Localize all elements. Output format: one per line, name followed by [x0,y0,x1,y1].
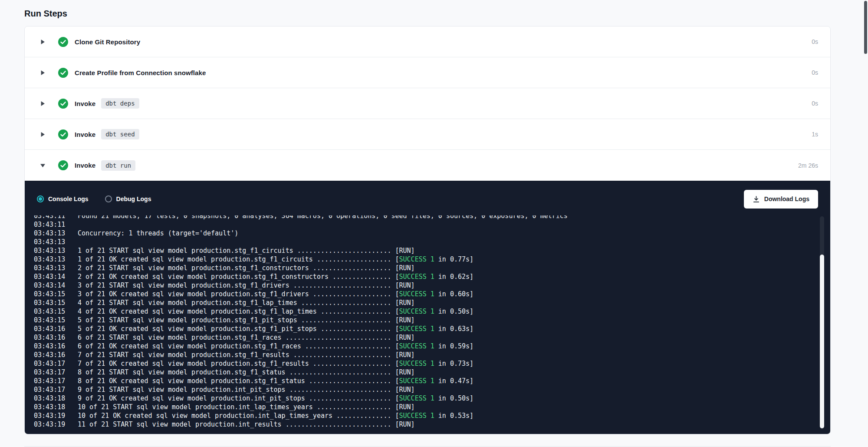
success-check-icon [58,37,68,47]
log-message: 8 of 21 OK created sql view model produc… [78,377,473,385]
log-timestamp: 03:43:17 [34,359,66,368]
log-line: 03:43:17 8 of 21 START sql view model pr… [34,368,830,377]
radio-icon[interactable] [37,195,44,202]
tab-console-logs[interactable]: Console Logs [37,195,89,202]
log-line: 03:43:16 6 of 21 OK created sql view mod… [34,342,830,351]
expand-caret-icon[interactable] [39,100,46,106]
log-timestamp: 03:43:13 [34,264,66,272]
log-message: 7 of 21 START sql view model production.… [78,351,415,359]
log-line: 03:43:16 5 of 21 OK created sql view mod… [34,324,830,333]
log-message: 9 of 21 OK created sql view model produc… [78,394,473,403]
log-timestamp: 03:43:18 [34,403,66,411]
tab-debug-logs[interactable]: Debug Logs [105,195,151,202]
page-title: Run Steps [24,9,831,19]
step-label: Create Profile from Connection snowflake [75,69,206,76]
expand-caret-icon[interactable] [39,162,46,169]
log-message: Found 21 models, 17 tests, 0 snapshots, … [78,215,568,220]
log-line: 03:43:17 8 of 21 OK created sql view mod… [34,377,830,385]
log-timestamp: 03:43:13 [34,238,66,246]
step-command-chip: dbt deps [101,98,139,109]
log-line: 03:43:14 2 of 21 OK created sql view mod… [34,272,830,281]
step-duration: 0s [812,69,818,76]
log-line: 03:43:13 [34,238,830,246]
next-section-divider [24,446,831,447]
log-message: 9 of 21 START sql view model production.… [78,385,415,394]
success-check-icon [58,160,68,170]
log-line: 03:43:19 11 of 21 START sql view model p… [34,420,830,429]
download-logs-button[interactable]: Download Logs [744,190,818,209]
log-timestamp: 03:43:11 [34,220,66,229]
log-type-switcher: Console Logs Debug Logs [37,195,151,202]
log-message: 6 of 21 START sql view model production.… [78,333,415,342]
log-timestamp: 03:43:15 [34,307,66,316]
run-step-clone-git-repository[interactable]: Clone Git Repository 0s [25,26,830,57]
run-step-invoke-dbt-deps[interactable]: Invoke dbt deps 0s [25,88,830,119]
log-scrollbar-thumb[interactable] [820,255,824,428]
log-message: 2 of 21 START sql view model production.… [78,264,415,272]
log-line: 03:43:15 4 of 21 OK created sql view mod… [34,307,830,316]
log-lines: 03:43:11 Found 21 models, 17 tests, 0 sn… [34,215,830,429]
log-line: 03:43:16 7 of 21 START sql view model pr… [34,351,830,359]
radio-icon[interactable] [105,195,112,202]
log-timestamp: 03:43:13 [34,255,66,264]
log-line: 03:43:11 Found 21 models, 17 tests, 0 sn… [34,215,830,220]
log-timestamp: 03:43:18 [34,394,66,403]
log-message: 10 of 21 OK created sql view model produ… [78,411,473,420]
run-step-invoke-dbt-seed[interactable]: Invoke dbt seed 1s [25,119,830,150]
log-timestamp: 03:43:19 [34,420,66,429]
log-line: 03:43:16 6 of 21 START sql view model pr… [34,333,830,342]
log-message: 2 of 21 OK created sql view model produc… [78,272,473,281]
log-message: 7 of 21 OK created sql view model produc… [78,359,473,368]
step-duration: 0s [812,100,818,107]
log-line: 03:43:14 3 of 21 START sql view model pr… [34,281,830,290]
step-command-chip: dbt run [101,160,135,171]
log-timestamp: 03:43:15 [34,316,66,324]
log-line: 03:43:17 7 of 21 OK created sql view mod… [34,359,830,368]
log-timestamp: 03:43:14 [34,272,66,281]
log-message: 6 of 21 OK created sql view model produc… [78,342,473,351]
log-tab-label: Console Logs [48,195,89,202]
run-steps-page: Run Steps Clone Git Repository 0s [24,0,831,434]
log-message: 4 of 21 START sql view model production.… [78,298,415,307]
run-step-create-profile-from-connection-snowflake[interactable]: Create Profile from Connection snowflake… [25,57,830,88]
log-timestamp: 03:43:14 [34,281,66,290]
log-timestamp: 03:43:16 [34,342,66,351]
log-line: 03:43:13 1 of 21 START sql view model pr… [34,246,830,255]
log-scrollbar-track[interactable] [820,216,824,429]
log-line: 03:43:15 3 of 21 OK created sql view mod… [34,290,830,298]
log-line: 03:43:19 10 of 21 OK created sql view mo… [34,411,830,420]
log-message: 3 of 21 START sql view model production.… [78,281,415,290]
log-timestamp: 03:43:16 [34,324,66,333]
expand-caret-icon[interactable] [39,131,46,137]
log-line: 03:43:18 9 of 21 OK created sql view mod… [34,394,830,403]
step-duration: 2m 26s [798,162,818,169]
log-message: 1 of 21 START sql view model production.… [78,246,415,255]
log-line: 03:43:13 2 of 21 START sql view model pr… [34,264,830,272]
log-message: 4 of 21 OK created sql view model produc… [78,307,473,316]
page-scrollbar-thumb[interactable] [864,1,867,54]
step-label: Clone Git Repository [75,38,140,46]
log-timestamp: 03:43:17 [34,377,66,385]
console-panel: Console Logs Debug Logs Download Logs 03… [25,181,830,434]
console-log-output[interactable]: 03:43:11 Found 21 models, 17 tests, 0 sn… [25,215,830,431]
expand-caret-icon[interactable] [39,70,46,76]
success-check-icon [58,129,68,139]
run-steps-card: Clone Git Repository 0s Create Profile f… [24,26,831,434]
log-message: 3 of 21 OK created sql view model produc… [78,290,473,298]
log-timestamp: 03:43:13 [34,246,66,255]
log-timestamp: 03:43:17 [34,368,66,377]
log-line: 03:43:13 Concurrency: 1 threads (target=… [34,229,830,238]
run-step-invoke-dbt-run[interactable]: Invoke dbt run 2m 26s [25,150,830,181]
step-list: Clone Git Repository 0s Create Profile f… [25,26,830,181]
log-line: 03:43:13 1 of 21 OK created sql view mod… [34,255,830,264]
download-icon [753,195,760,203]
log-line: 03:43:15 5 of 21 START sql view model pr… [34,316,830,324]
log-message: 5 of 21 OK created sql view model produc… [78,324,473,333]
log-timestamp: 03:43:16 [34,351,66,359]
step-duration: 0s [812,38,818,45]
log-timestamp: 03:43:11 [34,215,66,220]
log-timestamp: 03:43:19 [34,411,66,420]
expand-caret-icon[interactable] [39,39,46,45]
log-timestamp: 03:43:15 [34,290,66,298]
step-command-chip: dbt seed [101,129,139,139]
